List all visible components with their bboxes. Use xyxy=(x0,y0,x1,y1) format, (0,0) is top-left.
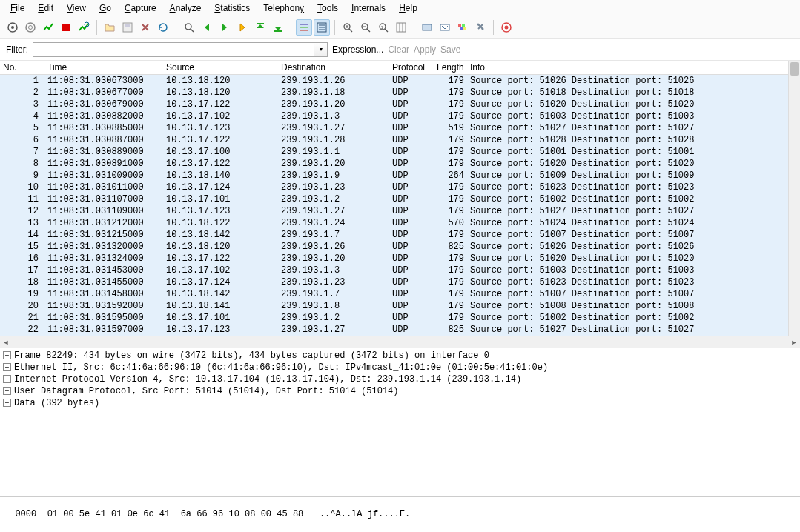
menu-item-telephony[interactable]: Telephony xyxy=(257,1,310,15)
table-row[interactable]: 1511:08:31.03132000010.13.18.120239.193.… xyxy=(0,241,788,253)
zoom-in-icon[interactable] xyxy=(340,19,356,36)
stop-capture-icon[interactable] xyxy=(58,19,74,36)
detail-line[interactable]: +Internet Protocol Version 4, Src: 10.13… xyxy=(3,373,797,385)
table-row[interactable]: 411:08:31.03088200010.13.17.102239.193.1… xyxy=(0,110,788,122)
col-info[interactable]: Info xyxy=(467,61,788,75)
table-row[interactable]: 2211:08:31.03159700010.13.17.123239.193.… xyxy=(0,324,788,336)
packet-hscrollbar[interactable]: ◄ ► xyxy=(0,336,800,348)
cell-length: 179 xyxy=(434,300,467,312)
menu-item-analyze[interactable]: Analyze xyxy=(164,1,208,15)
start-capture-icon[interactable] xyxy=(40,19,56,36)
go-to-packet-icon[interactable] xyxy=(234,19,251,36)
go-first-icon[interactable] xyxy=(252,19,268,36)
col-protocol[interactable]: Protocol xyxy=(389,61,434,75)
table-row[interactable]: 611:08:31.03088700010.13.17.122239.193.1… xyxy=(0,134,788,146)
find-packet-icon[interactable] xyxy=(181,19,197,36)
reload-icon[interactable] xyxy=(155,19,171,36)
table-row[interactable]: 111:08:31.03067300010.13.18.120239.193.1… xyxy=(0,75,788,87)
separator xyxy=(291,20,291,35)
col-length[interactable]: Length xyxy=(434,61,467,75)
col-time[interactable]: Time xyxy=(44,61,163,75)
svg-point-1 xyxy=(11,26,14,29)
table-row[interactable]: 711:08:31.03088900010.13.17.100239.193.1… xyxy=(0,146,788,158)
table-row[interactable]: 911:08:31.03100900010.13.18.140239.193.1… xyxy=(0,170,788,182)
cell-destination: 239.193.1.28 xyxy=(278,134,389,146)
packet-table[interactable]: No. Time Source Destination Protocol Len… xyxy=(0,61,788,336)
cell-source: 10.13.17.102 xyxy=(163,265,278,276)
filter-expression-button[interactable]: Expression... xyxy=(332,44,383,55)
table-row[interactable]: 1711:08:31.03145300010.13.17.102239.193.… xyxy=(0,265,788,276)
coloring-rules-icon[interactable] xyxy=(454,19,471,36)
capture-filters-icon[interactable] xyxy=(419,19,435,36)
preferences-icon[interactable] xyxy=(472,19,489,36)
packet-table-header[interactable]: No. Time Source Destination Protocol Len… xyxy=(0,61,788,75)
expand-icon[interactable]: + xyxy=(3,375,11,383)
expand-icon[interactable]: + xyxy=(3,399,11,407)
close-file-icon[interactable] xyxy=(137,19,153,36)
menu-item-view[interactable]: View xyxy=(61,1,92,15)
interfaces-icon[interactable] xyxy=(4,19,21,36)
table-row[interactable]: 1111:08:31.03110700010.13.17.101239.193.… xyxy=(0,193,788,205)
expand-icon[interactable]: + xyxy=(3,387,11,395)
table-row[interactable]: 1811:08:31.03145500010.13.17.124239.193.… xyxy=(0,276,788,288)
menu-item-internals[interactable]: Internals xyxy=(346,1,391,15)
table-row[interactable]: 1311:08:31.03121200010.13.18.122239.193.… xyxy=(0,217,788,229)
zoom-reset-icon[interactable]: 1 xyxy=(375,19,391,36)
zoom-out-icon[interactable] xyxy=(357,19,374,36)
menu-item-tools[interactable]: Tools xyxy=(311,1,344,15)
expand-icon[interactable]: + xyxy=(3,363,11,371)
svg-line-21 xyxy=(367,29,370,32)
cell-protocol: UDP xyxy=(389,193,434,205)
menu-item-file[interactable]: File xyxy=(4,1,30,15)
menu-item-help[interactable]: Help xyxy=(393,1,423,15)
go-last-icon[interactable] xyxy=(270,19,286,36)
table-row[interactable]: 2111:08:31.03159500010.13.17.101239.193.… xyxy=(0,312,788,324)
packet-detail-pane[interactable]: +Frame 82249: 434 bytes on wire (3472 bi… xyxy=(0,348,800,496)
filter-clear-button[interactable]: Clear xyxy=(388,44,409,55)
menu-item-edit[interactable]: Edit xyxy=(32,1,59,15)
cell-source: 10.13.18.142 xyxy=(163,288,278,300)
table-row[interactable]: 1211:08:31.03110900010.13.17.123239.193.… xyxy=(0,205,788,217)
col-source[interactable]: Source xyxy=(163,61,278,75)
scroll-left-icon[interactable]: ◄ xyxy=(0,336,12,348)
detail-line[interactable]: +User Datagram Protocol, Src Port: 51014… xyxy=(3,385,797,397)
col-destination[interactable]: Destination xyxy=(278,61,389,75)
table-row[interactable]: 1611:08:31.03132400010.13.17.122239.193.… xyxy=(0,253,788,265)
col-no[interactable]: No. xyxy=(0,61,44,75)
table-row[interactable]: 1011:08:31.03101100010.13.17.124239.193.… xyxy=(0,182,788,193)
detail-line[interactable]: +Ethernet II, Src: 6c:41:6a:66:96:10 (6c… xyxy=(3,362,797,373)
go-back-icon[interactable] xyxy=(199,19,215,36)
table-row[interactable]: 1911:08:31.03145800010.13.18.142239.193.… xyxy=(0,288,788,300)
detail-line[interactable]: +Frame 82249: 434 bytes on wire (3472 bi… xyxy=(3,350,797,362)
table-row[interactable]: 511:08:31.03088500010.13.17.123239.193.1… xyxy=(0,122,788,134)
resize-columns-icon[interactable] xyxy=(393,19,409,36)
menu-item-capture[interactable]: Capture xyxy=(119,1,162,15)
packet-bytes-pane[interactable]: 0000 01 00 5e 41 01 0e 6c 41 6a 66 96 10… xyxy=(0,496,800,517)
expand-icon[interactable]: + xyxy=(3,351,11,359)
menu-item-statistics[interactable]: Statistics xyxy=(208,1,256,15)
filter-input[interactable] xyxy=(33,42,314,57)
table-row[interactable]: 311:08:31.03067900010.13.17.122239.193.1… xyxy=(0,99,788,110)
go-forward-icon[interactable] xyxy=(216,19,233,36)
save-file-icon[interactable] xyxy=(119,19,136,36)
help-icon[interactable] xyxy=(498,19,515,36)
table-row[interactable]: 211:08:31.03067700010.13.18.120239.193.1… xyxy=(0,87,788,99)
scrollbar-thumb[interactable] xyxy=(790,62,799,76)
table-row[interactable]: 2011:08:31.03159200010.13.18.141239.193.… xyxy=(0,300,788,312)
colorize-icon[interactable] xyxy=(296,19,312,36)
menu-item-go[interactable]: Go xyxy=(93,1,117,15)
options-icon[interactable] xyxy=(22,19,39,36)
scroll-right-icon[interactable]: ► xyxy=(788,336,800,348)
table-row[interactable]: 1411:08:31.03121500010.13.18.142239.193.… xyxy=(0,229,788,241)
filter-save-button[interactable]: Save xyxy=(440,44,460,55)
restart-capture-icon[interactable] xyxy=(76,19,92,36)
table-row[interactable]: 811:08:31.03089100010.13.17.122239.193.1… xyxy=(0,158,788,170)
packet-vscrollbar[interactable] xyxy=(788,61,800,336)
filter-apply-button[interactable]: Apply xyxy=(414,44,436,55)
autoscroll-icon[interactable] xyxy=(314,19,330,36)
display-filters-icon[interactable] xyxy=(437,19,453,36)
detail-line[interactable]: +Data (392 bytes) xyxy=(3,397,797,409)
filter-dropdown-icon[interactable]: ▾ xyxy=(314,42,328,57)
cell-info: Source port: 51003 Destination port: 510… xyxy=(467,265,788,276)
open-file-icon[interactable] xyxy=(102,19,118,36)
